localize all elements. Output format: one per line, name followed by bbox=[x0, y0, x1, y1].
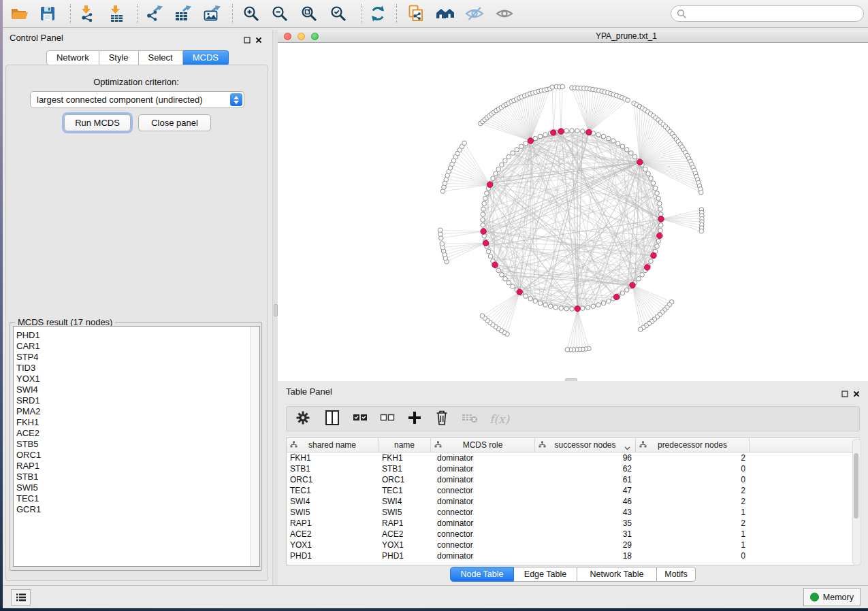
save-session-icon[interactable] bbox=[36, 2, 59, 25]
task-history-button[interactable] bbox=[11, 589, 31, 606]
table-row[interactable]: SWI4SWI4dominator462 bbox=[287, 496, 859, 507]
export-table-icon[interactable] bbox=[171, 2, 194, 25]
scrollbar-thumb[interactable] bbox=[854, 453, 858, 518]
add-row-icon[interactable] bbox=[406, 410, 423, 429]
zoom-in-icon[interactable] bbox=[240, 2, 263, 25]
open-file-icon[interactable] bbox=[7, 2, 31, 25]
optimization-criterion-select[interactable]: largest connected component (undirected) bbox=[30, 91, 244, 108]
deselect-all-icon[interactable] bbox=[379, 410, 396, 429]
node-table[interactable]: shared namenameMCDS rolesuccessor nodesp… bbox=[286, 437, 860, 565]
network-canvas[interactable] bbox=[278, 43, 868, 381]
toolbar-separator bbox=[70, 4, 71, 23]
tab-mcds[interactable]: MCDS bbox=[183, 50, 229, 65]
tab-network[interactable]: Network bbox=[46, 50, 99, 65]
close-panel-icon[interactable] bbox=[255, 34, 262, 46]
table-scrollbar[interactable] bbox=[852, 439, 861, 565]
cell-successor_nodes: 35 bbox=[535, 518, 636, 529]
window-close-icon[interactable] bbox=[284, 33, 291, 40]
tab-motifs[interactable]: Motifs bbox=[657, 567, 696, 582]
settings-icon[interactable] bbox=[293, 408, 312, 430]
delete-row-icon[interactable] bbox=[434, 410, 450, 429]
mcds-result-item[interactable]: RAP1 bbox=[14, 461, 245, 472]
run-mcds-button[interactable]: Run MCDS bbox=[64, 114, 131, 131]
column-header-successor-nodes[interactable]: successor nodes bbox=[535, 438, 636, 452]
zoom-selected-icon[interactable] bbox=[327, 2, 350, 25]
hide-eye-icon[interactable] bbox=[463, 2, 486, 25]
float-panel-icon[interactable] bbox=[244, 34, 251, 46]
delete-column-icon[interactable] bbox=[461, 410, 479, 429]
close-panel-button[interactable]: Close panel bbox=[138, 114, 211, 131]
mcds-result-item[interactable]: GCR1 bbox=[14, 504, 245, 515]
tab-select[interactable]: Select bbox=[139, 50, 183, 65]
float-panel-icon[interactable] bbox=[841, 388, 848, 400]
export-image-icon[interactable] bbox=[200, 2, 223, 25]
cell-shared_name: YOX1 bbox=[287, 540, 379, 550]
mcds-result-item[interactable]: TID3 bbox=[14, 363, 245, 374]
table-row[interactable]: RAP1RAP1dominator352 bbox=[287, 518, 859, 529]
table-row[interactable]: ORC1ORC1dominator610 bbox=[287, 474, 859, 485]
mcds-result-item[interactable]: STP4 bbox=[14, 352, 245, 363]
mcds-list-scrollbar[interactable] bbox=[250, 327, 259, 566]
export-network-icon[interactable] bbox=[142, 2, 165, 25]
import-table-icon[interactable] bbox=[105, 2, 128, 25]
show-columns-icon[interactable] bbox=[323, 409, 341, 429]
mcds-result-item[interactable]: PHD1 bbox=[14, 330, 245, 341]
mcds-result-item[interactable]: ORC1 bbox=[14, 450, 245, 461]
tab-node-table[interactable]: Node Table bbox=[450, 567, 514, 582]
network-window-titlebar[interactable]: YPA_prune.txt_1 bbox=[278, 30, 868, 43]
cell-predecessor_nodes: 1 bbox=[636, 529, 750, 540]
mcds-result-item[interactable]: STB5 bbox=[14, 439, 245, 450]
table-row[interactable]: FKH1FKH1dominator962 bbox=[287, 452, 859, 463]
mcds-result-item[interactable]: STB1 bbox=[14, 472, 245, 482]
sort-chevron-icon[interactable] bbox=[624, 443, 630, 452]
network-view[interactable] bbox=[278, 43, 868, 381]
table-row[interactable]: TEC1TEC1connector472 bbox=[287, 485, 859, 496]
zoom-out-icon[interactable] bbox=[268, 2, 291, 25]
mcds-result-item[interactable]: SRD1 bbox=[14, 395, 245, 406]
cell-name: SWI4 bbox=[379, 496, 431, 507]
search-box[interactable] bbox=[671, 5, 864, 22]
tab-network-table[interactable]: Network Table bbox=[577, 567, 657, 582]
import-network-icon[interactable] bbox=[76, 2, 99, 25]
toolbar-separator bbox=[396, 4, 397, 23]
duplicate-network-icon[interactable] bbox=[404, 2, 428, 25]
mcds-result-item[interactable]: SWI4 bbox=[14, 384, 245, 395]
mcds-result-item[interactable]: ACE2 bbox=[14, 428, 245, 439]
tab-edge-table[interactable]: Edge Table bbox=[514, 567, 577, 582]
cell-shared_name: RAP1 bbox=[287, 518, 379, 529]
table-row[interactable]: YOX1YOX1connector291 bbox=[287, 540, 859, 550]
mcds-result-item[interactable]: SWI5 bbox=[14, 482, 245, 493]
column-header-shared-name[interactable]: shared name bbox=[287, 438, 379, 452]
table-row[interactable]: PHD1PHD1dominator180 bbox=[287, 550, 859, 561]
mcds-result-item[interactable]: CAR1 bbox=[14, 341, 245, 352]
column-header-label: predecessor nodes bbox=[658, 440, 727, 450]
cell-name: STB1 bbox=[379, 463, 431, 474]
mcds-result-list[interactable]: PHD1CAR1STP4TID3YOX1SWI4SRD1PMA2FKH1ACE2… bbox=[13, 326, 260, 567]
cell-predecessor_nodes: 0 bbox=[636, 474, 750, 485]
table-row[interactable]: ACE2ACE2connector311 bbox=[287, 529, 859, 540]
memory-button[interactable]: Memory bbox=[803, 588, 861, 606]
mcds-result-item[interactable]: YOX1 bbox=[14, 374, 245, 384]
mcds-result-item[interactable]: PMA2 bbox=[14, 406, 245, 417]
search-input[interactable] bbox=[690, 8, 850, 19]
cell-mcds_role: dominator bbox=[431, 550, 535, 561]
window-zoom-icon[interactable] bbox=[311, 33, 319, 40]
zoom-fit-icon[interactable] bbox=[298, 2, 321, 25]
mcds-result-item[interactable]: FKH1 bbox=[14, 417, 245, 428]
window-minimize-icon[interactable] bbox=[298, 33, 305, 40]
tab-style[interactable]: Style bbox=[99, 50, 139, 65]
mcds-result-item[interactable]: TEC1 bbox=[14, 493, 245, 504]
homes-icon[interactable] bbox=[434, 2, 457, 25]
function-builder-icon[interactable]: f(x) bbox=[489, 412, 509, 426]
column-header-name[interactable]: name bbox=[379, 438, 431, 452]
table-row[interactable]: SWI5SWI5connector431 bbox=[287, 507, 859, 518]
cell-name: ACE2 bbox=[379, 529, 431, 540]
show-eye-icon[interactable] bbox=[493, 2, 516, 25]
refresh-view-icon[interactable] bbox=[366, 2, 389, 25]
column-header-mcds-role[interactable]: MCDS role bbox=[431, 438, 535, 452]
close-panel-icon[interactable] bbox=[853, 388, 860, 400]
table-row[interactable]: STB1STB1dominator620 bbox=[287, 463, 859, 474]
column-header-predecessor-nodes[interactable]: predecessor nodes bbox=[636, 438, 750, 452]
select-all-icon[interactable] bbox=[352, 410, 368, 429]
cell-predecessor_nodes: 1 bbox=[636, 507, 750, 518]
